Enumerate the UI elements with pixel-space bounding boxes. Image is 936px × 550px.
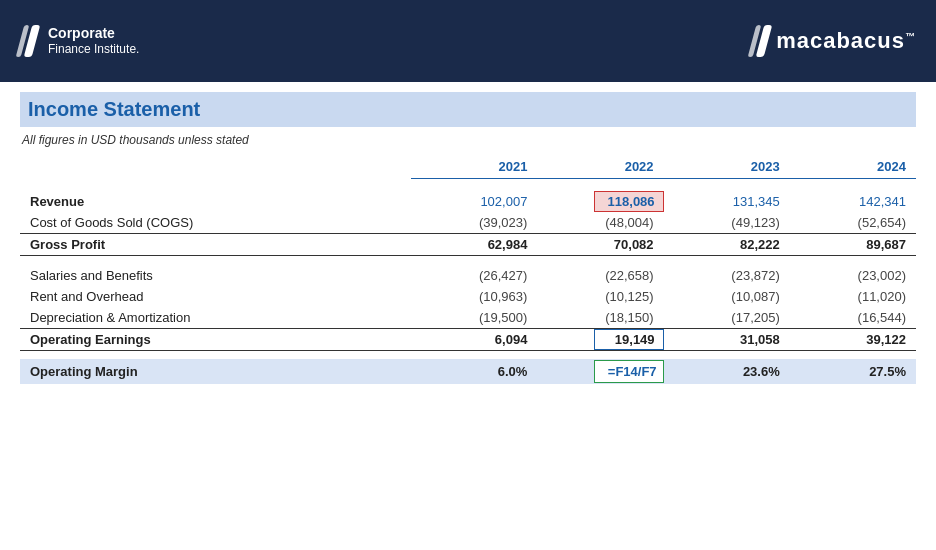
op-margin-2022-formula-cell[interactable]: =F14/F7 xyxy=(594,360,664,383)
spacer-row-3 xyxy=(20,351,916,359)
op-earnings-label: Operating Earnings xyxy=(20,329,411,351)
spacer-row-1 xyxy=(20,179,916,191)
macabacus-text: macabacus™ xyxy=(776,28,916,54)
op-margin-2024: 27.5% xyxy=(790,359,916,384)
operating-margin-row: Operating Margin 6.0% =F14/F7 23.6% 27.5… xyxy=(20,359,916,384)
salaries-2023: (23,872) xyxy=(664,265,790,286)
da-2023: (17,205) xyxy=(664,307,790,329)
op-margin-label: Operating Margin xyxy=(20,359,411,384)
op-earnings-2024: 39,122 xyxy=(790,329,916,351)
rent-label: Rent and Overhead xyxy=(20,286,411,307)
operating-earnings-row: Operating Earnings 6,094 19,149 31,058 3… xyxy=(20,329,916,351)
cogs-2024: (52,654) xyxy=(790,212,916,234)
cfi-logo: Corporate Finance Institute. xyxy=(20,24,139,58)
rent-2024: (11,020) xyxy=(790,286,916,307)
gross-profit-2021: 62,984 xyxy=(411,233,537,255)
cogs-label: Cost of Goods Sold (COGS) xyxy=(20,212,411,234)
gross-profit-label: Gross Profit xyxy=(20,233,411,255)
gross-profit-2022: 70,082 xyxy=(537,233,663,255)
page-title: Income Statement xyxy=(28,98,908,121)
da-2022: (18,150) xyxy=(537,307,663,329)
header: Corporate Finance Institute. macabacus™ xyxy=(0,0,936,82)
op-earnings-2021: 6,094 xyxy=(411,329,537,351)
da-2021: (19,500) xyxy=(411,307,537,329)
gross-profit-row: Gross Profit 62,984 70,082 82,222 89,687 xyxy=(20,233,916,255)
da-label: Depreciation & Amortization xyxy=(20,307,411,329)
salaries-2024: (23,002) xyxy=(790,265,916,286)
cogs-2022: (48,004) xyxy=(537,212,663,234)
income-statement-table: 2021 2022 2023 2024 Revenue 102,007 118,… xyxy=(20,155,916,384)
spacer-row-2 xyxy=(20,255,916,265)
op-earnings-2023: 31,058 xyxy=(664,329,790,351)
revenue-row: Revenue 102,007 118,086 131,345 142,341 xyxy=(20,191,916,212)
col-header-2021: 2021 xyxy=(411,155,537,179)
col-header-2022: 2022 xyxy=(537,155,663,179)
macabacus-logo-icon xyxy=(752,25,768,57)
rent-2022: (10,125) xyxy=(537,286,663,307)
revenue-2023: 131,345 xyxy=(664,191,790,212)
cfi-logo-text: Corporate Finance Institute. xyxy=(48,24,139,58)
content-area: Income Statement All figures in USD thou… xyxy=(0,82,936,394)
op-earnings-2022-cell[interactable]: 19,149 xyxy=(594,329,664,350)
col-header-2024: 2024 xyxy=(790,155,916,179)
cogs-2023: (49,123) xyxy=(664,212,790,234)
section-title-bar: Income Statement xyxy=(20,92,916,127)
rent-2021: (10,963) xyxy=(411,286,537,307)
rent-row: Rent and Overhead (10,963) (10,125) (10,… xyxy=(20,286,916,307)
salaries-2022: (22,658) xyxy=(537,265,663,286)
op-margin-2021: 6.0% xyxy=(411,359,537,384)
revenue-label: Revenue xyxy=(20,191,411,212)
revenue-2021: 102,007 xyxy=(411,191,537,212)
salaries-2021: (26,427) xyxy=(411,265,537,286)
revenue-2022-cell[interactable]: 118,086 xyxy=(594,191,664,212)
op-margin-2022[interactable]: =F14/F7 xyxy=(537,359,663,384)
rent-2023: (10,087) xyxy=(664,286,790,307)
col-header-2023: 2023 xyxy=(664,155,790,179)
cogs-row: Cost of Goods Sold (COGS) (39,023) (48,0… xyxy=(20,212,916,234)
revenue-2022[interactable]: 118,086 xyxy=(537,191,663,212)
salaries-row: Salaries and Benefits (26,427) (22,658) … xyxy=(20,265,916,286)
op-margin-2023: 23.6% xyxy=(664,359,790,384)
macabacus-logo: macabacus™ xyxy=(752,25,916,57)
salaries-label: Salaries and Benefits xyxy=(20,265,411,286)
gross-profit-2024: 89,687 xyxy=(790,233,916,255)
cfi-logo-icon xyxy=(20,25,36,57)
op-earnings-2022[interactable]: 19,149 xyxy=(537,329,663,351)
da-2024: (16,544) xyxy=(790,307,916,329)
da-row: Depreciation & Amortization (19,500) (18… xyxy=(20,307,916,329)
cogs-2021: (39,023) xyxy=(411,212,537,234)
gross-profit-2023: 82,222 xyxy=(664,233,790,255)
subtitle-text: All figures in USD thousands unless stat… xyxy=(20,133,916,147)
col-header-label xyxy=(20,155,411,179)
revenue-2024: 142,341 xyxy=(790,191,916,212)
